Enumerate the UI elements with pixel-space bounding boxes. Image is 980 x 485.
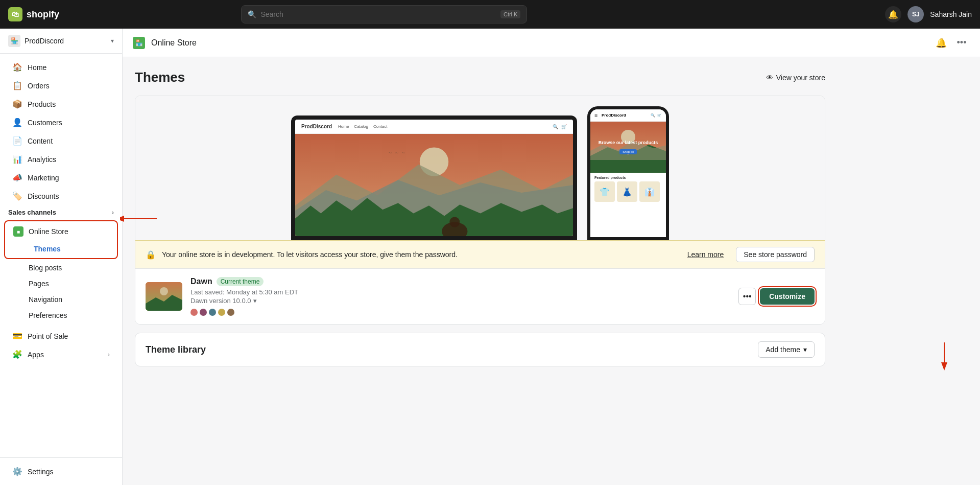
sidebar-item-content[interactable]: 📄 Content bbox=[4, 132, 118, 150]
sidebar-sub-item-navigation[interactable]: Navigation bbox=[4, 292, 118, 307]
landscape-scene: ～ ～ ～ bbox=[295, 134, 573, 236]
settings-icon: ⚙️ bbox=[12, 467, 22, 476]
theme-thumbnail-scene bbox=[146, 282, 182, 311]
color-dot-2 bbox=[200, 309, 207, 316]
content-icon: 📄 bbox=[12, 136, 22, 146]
mobile-product-1: 👕 bbox=[594, 181, 615, 202]
sidebar-sub-item-themes[interactable]: Themes bbox=[9, 241, 113, 257]
themes-label: Themes bbox=[34, 245, 61, 253]
device-store-name: ProdDiscord bbox=[301, 124, 332, 129]
sales-channels-chevron-icon: › bbox=[112, 209, 114, 216]
device-nav-icons: 🔍 🛒 bbox=[553, 124, 567, 129]
add-theme-button[interactable]: Add theme ▾ bbox=[758, 341, 815, 358]
shopify-logo: 🛍 shopify bbox=[8, 7, 59, 21]
sidebar-item-online-store[interactable]: ■ Online Store bbox=[5, 222, 117, 241]
sidebar-item-label: Orders bbox=[28, 82, 50, 90]
page-header-icon: 🏪 bbox=[133, 37, 145, 49]
sidebar-item-products[interactable]: 📦 Products bbox=[4, 95, 118, 113]
page-header-title: Online Store bbox=[151, 38, 197, 48]
mobile-featured-section: Featured products 👕 👗 👔 bbox=[590, 173, 666, 205]
theme-version[interactable]: Dawn version 10.0.0 ▾ bbox=[190, 297, 730, 305]
mobile-featured-title: Featured products bbox=[594, 176, 662, 179]
sidebar-item-settings[interactable]: ⚙️ Settings bbox=[4, 463, 118, 480]
theme-library-title: Theme library bbox=[146, 344, 206, 355]
store-selector[interactable]: 🏪 ProdDiscord ▾ bbox=[0, 29, 122, 54]
search-box[interactable]: 🔍 Ctrl K bbox=[241, 5, 527, 24]
orders-icon: 📋 bbox=[12, 81, 22, 90]
svg-point-7 bbox=[449, 217, 460, 227]
sidebar-item-point-of-sale[interactable]: 💳 Point of Sale bbox=[4, 327, 118, 345]
more-options-header-button[interactable]: ••• bbox=[953, 35, 970, 51]
mobile-banner: Browse our latest products Shop all bbox=[590, 122, 666, 173]
apps-chevron-icon: › bbox=[108, 351, 110, 358]
sidebar-item-marketing[interactable]: 📣 Marketing bbox=[4, 169, 118, 187]
content-area: 🏪 Online Store 🔔 ••• Themes 👁 View your … bbox=[123, 29, 980, 485]
eye-icon: 👁 bbox=[766, 74, 773, 82]
view-store-link[interactable]: 👁 View your store bbox=[766, 74, 825, 82]
sidebar-item-label: Home bbox=[28, 63, 46, 72]
customize-button[interactable]: Customize bbox=[760, 288, 815, 305]
theme-name: Dawn bbox=[190, 277, 212, 286]
username-label: Saharsh Jain bbox=[930, 10, 972, 18]
mobile-store-name: ProdDiscord bbox=[602, 113, 626, 118]
color-dots bbox=[190, 309, 730, 316]
sidebar-item-orders[interactable]: 📋 Orders bbox=[4, 77, 118, 95]
store-selector-chevron-icon: ▾ bbox=[111, 37, 114, 44]
sidebar-sub-item-pages[interactable]: Pages bbox=[4, 276, 118, 291]
sidebar-sub-item-blog-posts[interactable]: Blog posts bbox=[4, 260, 118, 275]
learn-more-link[interactable]: Learn more bbox=[687, 250, 724, 259]
current-theme-badge: Current theme bbox=[217, 277, 264, 286]
mobile-device-mockup: ☰ ProdDiscord 🔍 🛒 bbox=[587, 106, 669, 240]
color-dot-4 bbox=[218, 309, 225, 316]
topbar-right: 🔔 SJ Saharsh Jain bbox=[885, 6, 972, 22]
sidebar-item-label: Settings bbox=[28, 468, 54, 476]
mobile-banner-content: Browse our latest products Shop all bbox=[599, 140, 658, 155]
sidebar-item-label: Marketing bbox=[28, 174, 59, 182]
desktop-device-mockup: ProdDiscord Home Catalog Contact 🔍 🛒 bbox=[291, 116, 577, 240]
lock-icon: 🔒 bbox=[146, 250, 156, 260]
theme-actions: ••• Customize bbox=[738, 288, 815, 305]
preferences-label: Preferences bbox=[29, 311, 67, 319]
analytics-icon: 📊 bbox=[12, 154, 22, 164]
sidebar: 🏪 ProdDiscord ▾ 🏠 Home 📋 Orders 📦 Produc… bbox=[0, 29, 123, 485]
theme-thumbnail bbox=[146, 282, 182, 311]
search-input[interactable] bbox=[260, 10, 496, 18]
home-icon: 🏠 bbox=[12, 62, 22, 72]
avatar[interactable]: SJ bbox=[907, 6, 924, 22]
notification-bell-header-button[interactable]: 🔔 bbox=[933, 35, 949, 51]
warning-text: Your online store is in development. To … bbox=[162, 250, 681, 259]
notification-bell-button[interactable]: 🔔 bbox=[885, 6, 901, 22]
device-banner: Welcome to our store bbox=[295, 134, 573, 236]
color-dot-1 bbox=[190, 309, 198, 316]
sidebar-item-analytics[interactable]: 📊 Analytics bbox=[4, 150, 118, 168]
search-container: 🔍 Ctrl K bbox=[241, 5, 527, 24]
search-shortcut: Ctrl K bbox=[500, 10, 521, 18]
sidebar-item-home[interactable]: 🏠 Home bbox=[4, 58, 118, 76]
sidebar-sub-item-preferences[interactable]: Preferences bbox=[4, 308, 118, 323]
color-dot-5 bbox=[227, 309, 234, 316]
shopify-bag-icon: 🛍 bbox=[8, 7, 22, 21]
page-header-right: 🔔 ••• bbox=[933, 35, 970, 51]
sidebar-item-label: Discounts bbox=[28, 192, 59, 200]
sidebar-item-discounts[interactable]: 🏷️ Discounts bbox=[4, 187, 118, 205]
sidebar-item-apps[interactable]: 🧩 Apps › bbox=[4, 345, 118, 363]
add-theme-chevron-icon: ▾ bbox=[803, 345, 807, 354]
sidebar-item-label: Customers bbox=[28, 119, 62, 127]
products-icon: 📦 bbox=[12, 99, 22, 109]
sidebar-item-label: Apps bbox=[28, 351, 44, 359]
color-dot-3 bbox=[209, 309, 216, 316]
apps-icon: 🧩 bbox=[12, 350, 22, 359]
theme-info: Dawn Current theme Last saved: Monday at… bbox=[190, 277, 730, 316]
theme-version-text: Dawn version 10.0.0 bbox=[190, 297, 251, 305]
svg-point-13 bbox=[160, 287, 168, 295]
mobile-product-2: 👗 bbox=[617, 181, 637, 202]
theme-library-card: Theme library Add theme ▾ bbox=[135, 333, 825, 366]
sidebar-item-customers[interactable]: 👤 Customers bbox=[4, 113, 118, 131]
page-title: Themes bbox=[135, 70, 185, 85]
see-store-password-button[interactable]: See store password bbox=[736, 247, 815, 262]
mobile-products-row: 👕 👗 👔 bbox=[594, 181, 662, 202]
add-theme-label: Add theme bbox=[766, 345, 800, 354]
theme-library-header: Theme library Add theme ▾ bbox=[135, 333, 825, 366]
theme-more-options-button[interactable]: ••• bbox=[738, 288, 756, 305]
theme-name-row: Dawn Current theme bbox=[190, 277, 730, 286]
